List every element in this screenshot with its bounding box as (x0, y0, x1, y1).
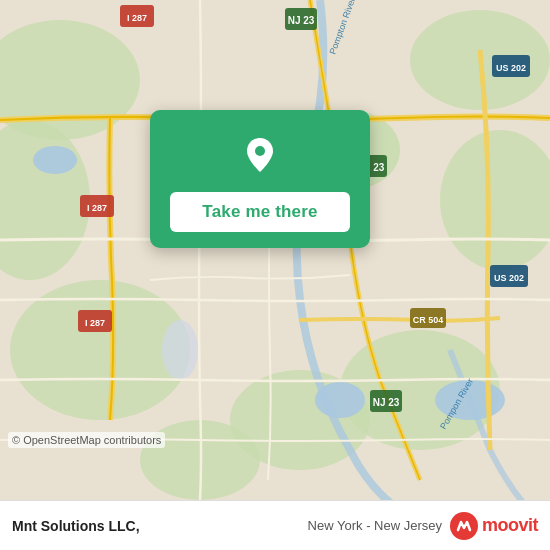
svg-point-35 (255, 146, 265, 156)
location-card: Take me there (150, 110, 370, 248)
svg-text:CR 504: CR 504 (413, 315, 444, 325)
moovit-logo: moovit (450, 512, 538, 540)
svg-point-13 (162, 320, 198, 380)
map-container: NJ 23 NJ 23 NJ 23 I 287 I 287 I 287 US 2… (0, 0, 550, 500)
svg-text:NJ 23: NJ 23 (373, 397, 400, 408)
svg-text:NJ 23: NJ 23 (288, 15, 315, 26)
location-name: Mnt Solutions LLC, (12, 518, 300, 534)
moovit-logo-icon (450, 512, 478, 540)
svg-text:US 202: US 202 (496, 63, 526, 73)
svg-point-10 (33, 146, 77, 174)
svg-text:I 287: I 287 (87, 203, 107, 213)
location-pin-icon (233, 128, 287, 182)
moovit-brand-text: moovit (482, 515, 538, 536)
map-svg: NJ 23 NJ 23 NJ 23 I 287 I 287 I 287 US 2… (0, 0, 550, 500)
svg-text:US 202: US 202 (494, 273, 524, 283)
bottom-bar: Mnt Solutions LLC, New York - New Jersey… (0, 500, 550, 550)
location-region: New York - New Jersey (308, 518, 442, 533)
svg-text:I 287: I 287 (85, 318, 105, 328)
map-attribution: © OpenStreetMap contributors (8, 432, 165, 448)
svg-text:I 287: I 287 (127, 13, 147, 23)
take-me-there-button[interactable]: Take me there (170, 192, 350, 232)
